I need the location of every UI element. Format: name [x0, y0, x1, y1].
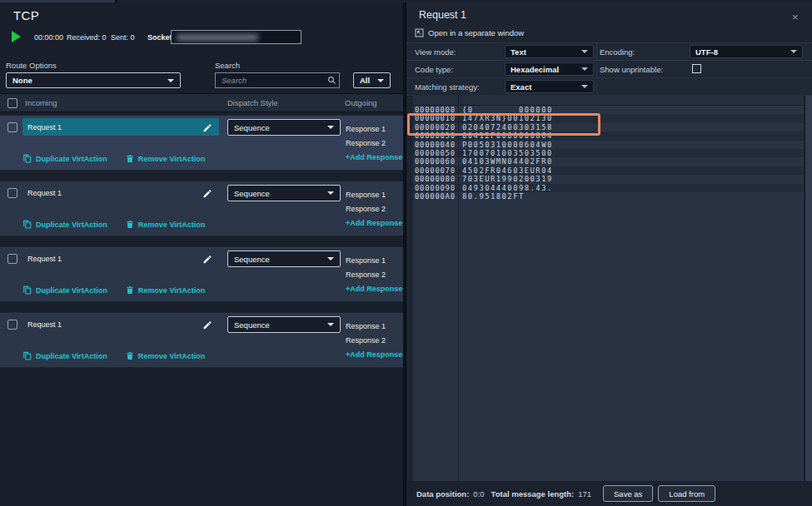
virtaction-row: Request 1 Sequence Response 1Response 2+… [0, 181, 403, 236]
duplicate-virtaction-label: Duplicate VirtAction [36, 286, 107, 295]
route-options-dropdown[interactable]: None [6, 72, 181, 88]
trash-icon [126, 220, 134, 229]
response-item[interactable]: Response 2 [346, 267, 402, 281]
hex-bytes: 049304440098.43. [462, 184, 553, 192]
open-separate-window-link[interactable]: Open in a separate window [415, 28, 524, 37]
search-input[interactable] [215, 72, 340, 88]
row-checkbox[interactable] [7, 188, 17, 198]
duplicate-virtaction-link[interactable]: Duplicate VirtAction [22, 154, 107, 163]
hex-bytes: 703EUR1990200319 [462, 175, 553, 183]
show-unprintable-label: Show unprintable: [600, 65, 663, 74]
hex-row[interactable]: 000000A080.951802FT [413, 192, 804, 201]
row-checkbox[interactable] [7, 254, 17, 264]
add-response-link[interactable]: +Add Response [346, 219, 402, 227]
dispatch-style-dropdown[interactable]: Sequence [227, 185, 341, 201]
add-response-link[interactable]: +Add Response [346, 285, 402, 293]
hex-offset: 00000020 [415, 123, 456, 131]
search-label: Search [215, 61, 240, 70]
response-item[interactable]: Response 1 [346, 253, 402, 267]
response-item[interactable]: Response 2 [346, 333, 402, 347]
show-unprintable-checkbox[interactable] [692, 64, 701, 73]
form-row: View mode: Text Encoding: UTF-8 [406, 43, 812, 61]
status-bar: Data position: 0:0 Total message length:… [406, 481, 812, 506]
hex-row[interactable]: 00000090049304440098.43. [413, 184, 804, 192]
hex-scrollbar[interactable] [805, 96, 812, 481]
chevron-down-icon [581, 85, 588, 88]
search-filter-dropdown[interactable]: All [353, 72, 391, 88]
virtaction-row: Request 1 Sequence Response 1Response 2+… [0, 312, 403, 368]
request-detail-panel: Request 1 × Open in a separate window Vi… [406, 2, 812, 506]
hex-row[interactable]: 000000501700701003503500 [413, 149, 804, 157]
request-settings-form: View mode: Text Encoding: UTF-8 Code typ… [406, 42, 812, 97]
remove-virtaction-link[interactable]: Remove VirtAction [126, 220, 205, 229]
hex-row[interactable]: 000000200204072400303158 [413, 123, 804, 131]
hex-viewer[interactable]: 00000000{0 00000000000010147XR3N}0010213… [413, 95, 804, 481]
request-name-box[interactable]: Request 1 [22, 184, 219, 201]
dispatch-style-value: Sequence [234, 123, 270, 132]
close-icon[interactable]: × [792, 12, 799, 22]
data-position-value: 0:0 [473, 489, 484, 499]
hex-row[interactable]: 0000006004103WMN04402FR0 [413, 157, 804, 166]
row-checkbox[interactable] [7, 320, 17, 330]
request-name-box[interactable]: Request 1 [22, 118, 219, 136]
encoding-dropdown[interactable]: UTF-8 [690, 45, 803, 58]
edit-pencil-icon[interactable] [202, 188, 212, 198]
edit-pencil-icon[interactable] [202, 320, 212, 330]
remove-virtaction-link[interactable]: Remove VirtAction [126, 285, 205, 295]
response-item[interactable]: Response 2 [346, 136, 402, 150]
data-position-label: Data position: [416, 489, 469, 499]
dispatch-style-value: Sequence [234, 320, 270, 330]
save-as-button[interactable]: Save as [603, 485, 653, 502]
chevron-down-icon [327, 191, 334, 195]
response-item[interactable]: Response 2 [346, 201, 402, 216]
code-type-value: Hexadecimal [511, 65, 559, 74]
add-response-link[interactable]: +Add Response [346, 350, 402, 359]
edit-pencil-icon[interactable] [202, 122, 212, 132]
response-item[interactable]: Response 1 [346, 187, 402, 201]
hex-rows: 00000000{0 00000000000010147XR3N}0010213… [413, 106, 804, 201]
hex-row[interactable]: 00000010147XR3N}00102130 [413, 114, 804, 122]
column-header-incoming: Incoming [25, 98, 57, 107]
timer-label: 00:00:00 [34, 33, 63, 42]
request-name-box[interactable]: Request 1 [22, 315, 219, 333]
duplicate-virtaction-link[interactable]: Duplicate VirtAction [22, 220, 107, 229]
duplicate-virtaction-link[interactable]: Duplicate VirtAction [22, 351, 107, 360]
hex-row[interactable]: 0000003000412F0000000864 [413, 131, 804, 140]
edit-pencil-icon[interactable] [202, 254, 212, 264]
select-all-checkbox[interactable] [7, 98, 17, 108]
chevron-down-icon [377, 79, 384, 82]
route-options-label: Route Options [6, 61, 57, 70]
chevron-down-icon [327, 323, 334, 326]
add-response-link[interactable]: +Add Response [346, 153, 402, 161]
hex-offset: 00000000 [415, 106, 456, 114]
duplicate-virtaction-link[interactable]: Duplicate VirtAction [22, 285, 107, 295]
request-name-box[interactable]: Request 1 [22, 250, 219, 267]
encoding-label: Encoding: [600, 47, 635, 57]
hex-bytes: 1700701003503500 [462, 149, 553, 157]
remove-virtaction-link[interactable]: Remove VirtAction [126, 351, 205, 360]
socket-input[interactable] [171, 30, 301, 44]
load-from-button[interactable]: Load from [658, 485, 715, 502]
remove-virtaction-link[interactable]: Remove VirtAction [126, 154, 205, 163]
hex-offset: 00000040 [415, 141, 456, 149]
dispatch-style-dropdown[interactable]: Sequence [227, 316, 341, 333]
hex-row[interactable]: 00000000{0 000000 [413, 106, 804, 114]
play-button[interactable] [12, 31, 21, 42]
hex-viewer-header [413, 95, 804, 106]
view-mode-dropdown[interactable]: Text [505, 45, 594, 58]
hex-row[interactable]: 00000040P0050310000604W0 [413, 141, 804, 149]
sent-counter: Sent: 0 [111, 33, 135, 42]
hex-row[interactable]: 00000080703EUR1990200319 [413, 175, 804, 183]
response-item[interactable]: Response 1 [346, 122, 402, 136]
hex-row[interactable]: 000000704502FR04603EUR04 [413, 166, 804, 175]
row-checkbox[interactable] [7, 122, 17, 132]
remove-virtaction-label: Remove VirtAction [138, 286, 205, 295]
matching-strategy-dropdown[interactable]: Exact [505, 80, 594, 93]
hex-bytes: 147XR3N}00102130 [462, 114, 553, 122]
request-name-label: Request 1 [27, 255, 62, 263]
response-item[interactable]: Response 1 [346, 319, 402, 333]
code-type-dropdown[interactable]: Hexadecimal [505, 62, 594, 76]
dispatch-style-dropdown[interactable]: Sequence [227, 119, 341, 136]
dispatch-style-dropdown[interactable]: Sequence [227, 251, 341, 267]
form-column-divider [596, 43, 597, 96]
